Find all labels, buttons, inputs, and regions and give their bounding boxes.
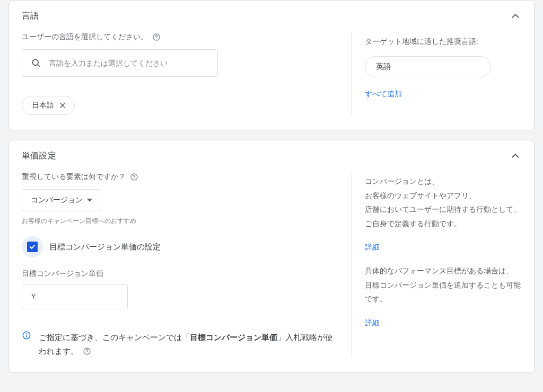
pill-label: 英語 — [376, 59, 391, 74]
chevron-up-icon[interactable] — [510, 10, 521, 22]
language-search-input[interactable] — [48, 58, 209, 68]
svg-point-7 — [134, 179, 134, 179]
language-prompt: ユーザーの言語を選択してください。 — [22, 32, 148, 42]
currency-symbol: ￥ — [30, 292, 37, 301]
help-icon[interactable] — [152, 33, 161, 41]
target-cpa-label: 目標コンバージョン単価 — [22, 269, 335, 279]
target-cpa-checkbox-label: 目標コンバージョン単価の設定 — [49, 242, 161, 252]
caret-down-icon — [87, 198, 92, 203]
target-cpa-checkbox[interactable] — [27, 242, 38, 252]
svg-point-12 — [87, 352, 87, 353]
language-card: 言語 ユーザーの言語を選択してください。 日本語 — [8, 0, 535, 130]
suggested-language-pill[interactable]: 英語 — [365, 56, 491, 77]
language-card-header[interactable]: 言語 — [9, 1, 534, 29]
info-icon — [22, 331, 31, 340]
suggested-languages-title: ターゲット地域に適した推奨言語: — [365, 34, 521, 49]
target-cpa-input[interactable]: ￥ — [22, 284, 128, 309]
svg-point-1 — [156, 39, 156, 39]
language-search[interactable] — [22, 49, 218, 77]
focus-value: コンバージョン — [31, 195, 83, 205]
add-all-link[interactable]: すべて追加 — [365, 87, 402, 101]
bidding-card: 単価設定 重視している要素は何ですか？ コンバージョン お客様のキャンペーン目標… — [8, 140, 535, 373]
conversion-explainer-2: 具体的なパフォーマンス目標がある場合は、 目標コンバージョン単価を追加することも… — [365, 264, 521, 306]
conversion-explainer-1: コンバージョンとは、 お客様のウェブサイトやアプリ、 店舗においてユーザーに期待… — [365, 174, 521, 230]
info-prefix: ご指定に基づき、このキャンペーンでは「 — [39, 333, 190, 342]
svg-point-10 — [26, 333, 27, 334]
svg-line-3 — [38, 65, 40, 67]
target-cpa-checkbox-bg — [22, 236, 43, 257]
info-bold: 目標コンバージョン単価 — [190, 333, 277, 342]
strategy-info: ご指定に基づき、このキャンペーンでは「目標コンバージョン単価」入札戦略が使われま… — [22, 331, 335, 358]
language-chip-japanese[interactable]: 日本語 — [22, 96, 75, 115]
chip-label: 日本語 — [32, 101, 54, 110]
details-link-1[interactable]: 詳細 — [365, 240, 380, 254]
help-icon[interactable] — [83, 347, 91, 355]
details-link-2[interactable]: 詳細 — [365, 316, 380, 330]
recommendation-helper: お客様のキャンペーン目標へのおすすめ — [22, 217, 335, 226]
search-icon — [31, 58, 41, 68]
language-title: 言語 — [22, 11, 39, 22]
close-icon[interactable] — [58, 101, 67, 110]
bidding-title: 単価設定 — [22, 150, 56, 162]
help-icon[interactable] — [130, 173, 138, 181]
focus-dropdown[interactable]: コンバージョン — [22, 189, 100, 211]
chevron-up-icon[interactable] — [510, 150, 521, 162]
focus-label: 重視している要素は何ですか？ — [22, 172, 126, 182]
bidding-card-header[interactable]: 単価設定 — [9, 140, 534, 169]
